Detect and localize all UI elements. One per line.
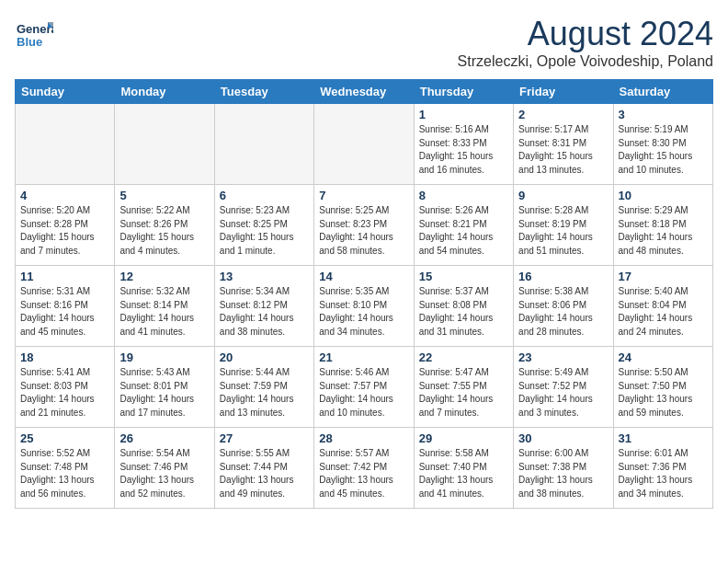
calendar-day-cell: 20Sunrise: 5:44 AM Sunset: 7:59 PM Dayli… (214, 347, 313, 428)
title-section: August 2024 Strzeleczki, Opole Voivodesh… (458, 15, 713, 70)
day-info: Sunrise: 5:37 AM Sunset: 8:08 PM Dayligh… (419, 285, 508, 339)
calendar-day-cell: 25Sunrise: 5:52 AM Sunset: 7:48 PM Dayli… (16, 428, 115, 509)
calendar-week-row: 1Sunrise: 5:16 AM Sunset: 8:33 PM Daylig… (16, 104, 713, 185)
weekday-header: Monday (115, 80, 214, 104)
day-number: 10 (619, 189, 708, 202)
calendar-day-cell: 14Sunrise: 5:35 AM Sunset: 8:10 PM Dayli… (314, 266, 414, 347)
month-year: August 2024 (458, 15, 713, 53)
calendar-day-cell (16, 104, 115, 185)
day-number: 25 (20, 431, 109, 445)
calendar-day-cell: 23Sunrise: 5:49 AM Sunset: 7:52 PM Dayli… (514, 347, 613, 428)
calendar-day-cell: 12Sunrise: 5:32 AM Sunset: 8:14 PM Dayli… (115, 266, 214, 347)
day-info: Sunrise: 5:17 AM Sunset: 8:31 PM Dayligh… (518, 123, 608, 177)
day-info: Sunrise: 5:52 AM Sunset: 7:48 PM Dayligh… (20, 447, 109, 500)
day-number: 8 (419, 189, 508, 202)
day-number: 22 (419, 350, 508, 364)
day-info: Sunrise: 5:31 AM Sunset: 8:16 PM Dayligh… (20, 285, 109, 339)
day-number: 19 (119, 350, 209, 364)
day-info: Sunrise: 5:26 AM Sunset: 8:21 PM Dayligh… (419, 204, 508, 258)
day-number: 13 (220, 270, 309, 283)
weekday-header: Wednesday (314, 80, 414, 104)
weekday-header: Tuesday (214, 80, 313, 104)
day-number: 4 (20, 189, 109, 202)
day-info: Sunrise: 5:46 AM Sunset: 7:57 PM Dayligh… (319, 366, 408, 419)
calendar-day-cell: 8Sunrise: 5:26 AM Sunset: 8:21 PM Daylig… (414, 185, 513, 266)
calendar-day-cell: 27Sunrise: 5:55 AM Sunset: 7:44 PM Dayli… (214, 428, 313, 509)
day-number: 18 (20, 350, 109, 364)
calendar-day-cell: 21Sunrise: 5:46 AM Sunset: 7:57 PM Dayli… (314, 347, 414, 428)
day-info: Sunrise: 5:34 AM Sunset: 8:12 PM Dayligh… (220, 285, 309, 339)
day-info: Sunrise: 5:54 AM Sunset: 7:46 PM Dayligh… (119, 447, 209, 500)
calendar-day-cell: 5Sunrise: 5:22 AM Sunset: 8:26 PM Daylig… (115, 185, 214, 266)
day-info: Sunrise: 5:44 AM Sunset: 7:59 PM Dayligh… (220, 366, 309, 419)
day-number: 12 (119, 270, 209, 283)
day-info: Sunrise: 5:19 AM Sunset: 8:30 PM Dayligh… (619, 123, 708, 177)
weekday-header: Friday (514, 80, 613, 104)
day-info: Sunrise: 5:16 AM Sunset: 8:33 PM Dayligh… (419, 123, 508, 177)
calendar-day-cell: 9Sunrise: 5:28 AM Sunset: 8:19 PM Daylig… (514, 185, 613, 266)
day-number: 21 (319, 350, 408, 364)
calendar-day-cell: 11Sunrise: 5:31 AM Sunset: 8:16 PM Dayli… (16, 266, 115, 347)
calendar-day-cell (314, 104, 414, 185)
day-number: 31 (619, 431, 708, 445)
day-info: Sunrise: 5:32 AM Sunset: 8:14 PM Dayligh… (119, 285, 209, 339)
calendar-day-cell: 10Sunrise: 5:29 AM Sunset: 8:18 PM Dayli… (613, 185, 712, 266)
day-info: Sunrise: 5:23 AM Sunset: 8:25 PM Dayligh… (220, 204, 309, 258)
calendar-week-row: 25Sunrise: 5:52 AM Sunset: 7:48 PM Dayli… (16, 428, 713, 509)
calendar-day-cell: 1Sunrise: 5:16 AM Sunset: 8:33 PM Daylig… (414, 104, 513, 185)
day-info: Sunrise: 6:01 AM Sunset: 7:36 PM Dayligh… (619, 447, 708, 500)
calendar-week-row: 4Sunrise: 5:20 AM Sunset: 8:28 PM Daylig… (16, 185, 713, 266)
calendar-week-row: 11Sunrise: 5:31 AM Sunset: 8:16 PM Dayli… (16, 266, 713, 347)
day-info: Sunrise: 5:40 AM Sunset: 8:04 PM Dayligh… (619, 285, 708, 339)
day-info: Sunrise: 5:49 AM Sunset: 7:52 PM Dayligh… (518, 366, 608, 419)
calendar-day-cell: 29Sunrise: 5:58 AM Sunset: 7:40 PM Dayli… (414, 428, 513, 509)
day-number: 16 (518, 270, 608, 283)
calendar-day-cell: 22Sunrise: 5:47 AM Sunset: 7:55 PM Dayli… (414, 347, 513, 428)
day-info: Sunrise: 5:55 AM Sunset: 7:44 PM Dayligh… (220, 447, 309, 500)
calendar-week-row: 18Sunrise: 5:41 AM Sunset: 8:03 PM Dayli… (16, 347, 713, 428)
day-number: 11 (20, 270, 109, 283)
day-info: Sunrise: 5:25 AM Sunset: 8:23 PM Dayligh… (319, 204, 408, 258)
day-info: Sunrise: 6:00 AM Sunset: 7:38 PM Dayligh… (518, 447, 608, 500)
day-number: 27 (220, 431, 309, 445)
calendar-table: SundayMondayTuesdayWednesdayThursdayFrid… (15, 79, 713, 509)
calendar-header-row: SundayMondayTuesdayWednesdayThursdayFrid… (16, 80, 713, 104)
day-number: 14 (319, 270, 408, 283)
weekday-header: Saturday (613, 80, 712, 104)
location: Strzeleczki, Opole Voivodeship, Poland (458, 53, 713, 70)
calendar-day-cell: 16Sunrise: 5:38 AM Sunset: 8:06 PM Dayli… (514, 266, 613, 347)
day-number: 7 (319, 189, 408, 202)
calendar-day-cell: 7Sunrise: 5:25 AM Sunset: 8:23 PM Daylig… (314, 185, 414, 266)
calendar-day-cell (115, 104, 214, 185)
day-info: Sunrise: 5:47 AM Sunset: 7:55 PM Dayligh… (419, 366, 508, 419)
calendar-day-cell: 17Sunrise: 5:40 AM Sunset: 8:04 PM Dayli… (613, 266, 712, 347)
day-number: 15 (419, 270, 508, 283)
weekday-header: Thursday (414, 80, 513, 104)
calendar-day-cell: 24Sunrise: 5:50 AM Sunset: 7:50 PM Dayli… (613, 347, 712, 428)
day-number: 6 (220, 189, 309, 202)
calendar-day-cell: 18Sunrise: 5:41 AM Sunset: 8:03 PM Dayli… (16, 347, 115, 428)
day-number: 1 (419, 108, 508, 121)
day-number: 29 (419, 431, 508, 445)
day-info: Sunrise: 5:41 AM Sunset: 8:03 PM Dayligh… (20, 366, 109, 419)
day-number: 26 (119, 431, 209, 445)
day-number: 2 (518, 108, 608, 121)
day-number: 9 (518, 189, 608, 202)
day-info: Sunrise: 5:58 AM Sunset: 7:40 PM Dayligh… (419, 447, 508, 500)
svg-text:Blue: Blue (17, 35, 42, 49)
day-number: 20 (220, 350, 309, 364)
calendar-day-cell: 15Sunrise: 5:37 AM Sunset: 8:08 PM Dayli… (414, 266, 513, 347)
calendar-day-cell: 31Sunrise: 6:01 AM Sunset: 7:36 PM Dayli… (613, 428, 712, 509)
day-number: 23 (518, 350, 608, 364)
day-info: Sunrise: 5:28 AM Sunset: 8:19 PM Dayligh… (518, 204, 608, 258)
day-info: Sunrise: 5:29 AM Sunset: 8:18 PM Dayligh… (619, 204, 708, 258)
day-number: 30 (518, 431, 608, 445)
day-number: 17 (619, 270, 708, 283)
calendar-day-cell: 13Sunrise: 5:34 AM Sunset: 8:12 PM Dayli… (214, 266, 313, 347)
calendar-day-cell: 6Sunrise: 5:23 AM Sunset: 8:25 PM Daylig… (214, 185, 313, 266)
day-info: Sunrise: 5:38 AM Sunset: 8:06 PM Dayligh… (518, 285, 608, 339)
header: General Blue August 2024 Strzeleczki, Op… (15, 15, 713, 70)
logo-icon: General Blue (15, 15, 53, 53)
day-info: Sunrise: 5:35 AM Sunset: 8:10 PM Dayligh… (319, 285, 408, 339)
day-number: 3 (619, 108, 708, 121)
